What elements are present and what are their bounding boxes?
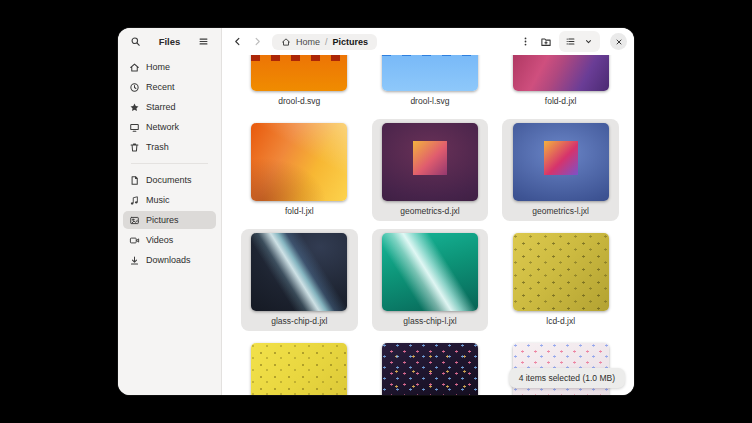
selection-status: 4 items selected (1.0 MB) — [509, 368, 625, 388]
file-name: geometrics-d.jxl — [400, 206, 460, 216]
sidebar-item-label: Starred — [146, 102, 176, 112]
sidebar-header: Files — [118, 28, 221, 55]
video-icon — [129, 235, 140, 246]
sidebar: Files Home Rece — [118, 28, 222, 395]
clock-icon — [129, 82, 140, 93]
file-item-glass-chip-l[interactable]: glass-chip-l.jxl — [372, 229, 489, 331]
sidebar-item-starred[interactable]: Starred — [123, 98, 216, 116]
back-icon — [232, 36, 243, 47]
home-icon — [281, 37, 291, 47]
sidebar-item-music[interactable]: Music — [123, 191, 216, 209]
back-button[interactable] — [229, 33, 246, 50]
sidebar-item-documents[interactable]: Documents — [123, 171, 216, 189]
sidebar-item-label: Pictures — [146, 215, 179, 225]
sidebar-item-label: Network — [146, 122, 179, 132]
trash-icon — [129, 142, 140, 153]
sidebar-item-recent[interactable]: Recent — [123, 78, 216, 96]
search-button[interactable] — [127, 33, 144, 50]
sidebar-item-home[interactable]: Home — [123, 58, 216, 76]
desktop-background: Files Home Rece — [0, 0, 752, 423]
file-name: fold-d.jxl — [545, 96, 577, 106]
file-item-lcd-d[interactable]: lcd-d.jxl — [502, 229, 619, 331]
breadcrumb[interactable]: Home / Pictures — [272, 34, 377, 50]
file-item-fold-d[interactable]: fold-d.jxl — [502, 55, 619, 111]
sidebar-item-pictures[interactable]: Pictures — [123, 211, 216, 229]
file-name: glass-chip-d.jxl — [271, 316, 327, 326]
forward-icon — [252, 36, 263, 47]
network-icon — [129, 122, 140, 133]
file-name: geometrics-l.jxl — [532, 206, 589, 216]
breadcrumb-home[interactable]: Home — [296, 37, 320, 47]
view-options-button[interactable] — [580, 33, 597, 50]
sidebar-item-label: Recent — [146, 82, 175, 92]
close-icon — [615, 38, 623, 46]
app-title: Files — [159, 36, 181, 47]
file-thumbnail — [513, 233, 609, 311]
file-item-drool-l[interactable]: drool-l.svg — [372, 55, 489, 111]
sidebar-separator — [131, 163, 208, 164]
file-thumbnail — [251, 55, 347, 91]
home-icon — [129, 62, 140, 73]
file-thumbnail — [382, 55, 478, 91]
star-icon — [129, 102, 140, 113]
sidebar-places: Home Recent Starred — [118, 55, 221, 269]
breadcrumb-current[interactable]: Pictures — [333, 37, 369, 47]
new-folder-button[interactable] — [537, 33, 554, 50]
file-grid: drool-d.svg drool-l.svg fold-d.jxl fold-… — [236, 55, 624, 395]
document-icon — [129, 175, 140, 186]
file-thumbnail — [251, 123, 347, 201]
list-view-icon — [565, 36, 576, 47]
file-item-geometrics-l[interactable]: geometrics-l.jxl — [502, 119, 619, 221]
main-menu-button[interactable] — [195, 33, 212, 50]
file-item[interactable] — [372, 339, 489, 395]
sidebar-item-label: Home — [146, 62, 170, 72]
file-thumbnail — [382, 123, 478, 201]
download-icon — [129, 255, 140, 266]
file-item-fold-l[interactable]: fold-l.jxl — [241, 119, 358, 221]
file-thumbnail — [251, 343, 347, 395]
sidebar-item-videos[interactable]: Videos — [123, 231, 216, 249]
file-item[interactable] — [241, 339, 358, 395]
list-view-button[interactable] — [562, 33, 579, 50]
image-icon — [129, 215, 140, 226]
sidebar-item-label: Documents — [146, 175, 192, 185]
chevron-down-icon — [584, 37, 593, 46]
music-note-icon — [129, 195, 140, 206]
sidebar-item-label: Music — [146, 195, 170, 205]
file-thumbnail — [382, 343, 478, 395]
file-browser-view: drool-d.svg drool-l.svg fold-d.jxl fold-… — [222, 55, 634, 395]
file-thumbnail — [513, 123, 609, 201]
view-switcher — [559, 31, 600, 52]
sidebar-item-downloads[interactable]: Downloads — [123, 251, 216, 269]
hamburger-menu-icon — [198, 36, 209, 47]
file-name: glass-chip-l.jxl — [403, 316, 456, 326]
file-name: lcd-d.jxl — [546, 316, 575, 326]
sidebar-item-trash[interactable]: Trash — [123, 138, 216, 156]
file-name: drool-d.svg — [278, 96, 320, 106]
sidebar-item-label: Downloads — [146, 255, 191, 265]
main-area: Home / Pictures — [222, 28, 634, 395]
file-item-drool-d[interactable]: drool-d.svg — [241, 55, 358, 111]
file-name: fold-l.jxl — [285, 206, 314, 216]
file-thumbnail — [251, 233, 347, 311]
file-name: drool-l.svg — [410, 96, 449, 106]
sidebar-item-network[interactable]: Network — [123, 118, 216, 136]
forward-button[interactable] — [249, 33, 266, 50]
file-thumbnail — [382, 233, 478, 311]
new-folder-icon — [540, 36, 552, 48]
file-item-geometrics-d[interactable]: geometrics-d.jxl — [372, 119, 489, 221]
path-menu-button[interactable] — [517, 33, 534, 50]
kebab-menu-icon — [520, 36, 531, 47]
sidebar-item-label: Trash — [146, 142, 169, 152]
window-close-button[interactable] — [610, 33, 627, 50]
search-icon — [130, 36, 141, 47]
header-bar: Home / Pictures — [222, 28, 634, 55]
file-item-glass-chip-d[interactable]: glass-chip-d.jxl — [241, 229, 358, 331]
sidebar-item-label: Videos — [146, 235, 173, 245]
files-window: Files Home Rece — [118, 28, 634, 395]
breadcrumb-separator: / — [325, 37, 328, 47]
file-thumbnail — [513, 55, 609, 91]
